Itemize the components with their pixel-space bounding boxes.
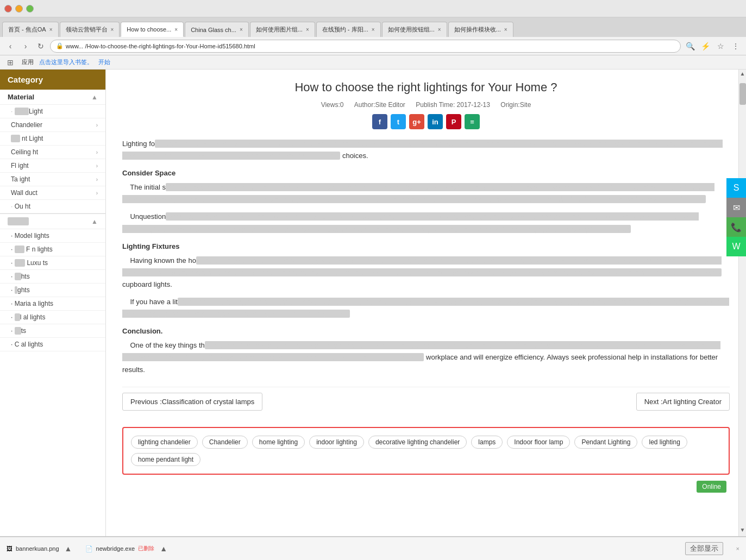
sidebar-item-nt-light[interactable]: nnt nt Light [0, 132, 105, 146]
show-all-downloads-button[interactable]: 全部显示 [685, 542, 723, 555]
sidebar-item-luxu[interactable]: · Lux Luxu ts [0, 256, 105, 270]
section2-arrow: ▲ [91, 218, 98, 225]
tab-7-close[interactable]: × [438, 27, 441, 33]
tab-7[interactable]: 如何使用按钮组... × [382, 22, 447, 37]
tag-home-lighting[interactable]: home lighting [252, 436, 305, 449]
twitter-share-button[interactable]: t [391, 114, 406, 129]
tab-3[interactable]: How to choose... × [121, 22, 184, 37]
menu-icon[interactable]: ⋮ [730, 40, 742, 52]
sidebar-item-l-al-label: · Inl al lights [11, 313, 45, 321]
tag-led-lighting[interactable]: led lighting [642, 436, 687, 449]
download-name-2: newbridge.exe [96, 545, 135, 552]
tab-4-label: China Glass ch... [191, 27, 236, 33]
download-1-chevron[interactable]: ▲ [62, 543, 74, 555]
start-link[interactable]: 开始 [98, 58, 110, 66]
article-meta: Views:0 Author:Site Editor Publish Time:… [122, 101, 730, 109]
tag-indoor-floor-lamp[interactable]: Indoor floor lamp [507, 436, 570, 449]
sidebar-item-model-label: · Model lights [11, 232, 49, 240]
bookmark-icon[interactable]: ☆ [714, 40, 726, 52]
tab-1-close[interactable]: × [49, 27, 53, 33]
scroll-thumb[interactable] [739, 83, 746, 105]
article-body: Lighting fo fective that is mostly not t… [122, 138, 730, 376]
sidebar-item-ou[interactable]: · Ou ht [0, 200, 105, 213]
section2: Sec ▲ · Model lights · Fra F n lights · … [0, 213, 105, 351]
tab-2[interactable]: 领动云营销平台 × [60, 22, 120, 37]
share-button[interactable]: ≡ [465, 114, 480, 129]
tab-2-close[interactable]: × [111, 27, 114, 33]
online-bar[interactable]: Online [697, 481, 726, 493]
para-conclusion: One of the key things th include an incr… [122, 339, 730, 375]
tag-home-pendant-light[interactable]: home pendant light [131, 453, 200, 466]
minimize-window-button[interactable] [15, 5, 23, 12]
tab-3-close[interactable]: × [174, 27, 178, 33]
tag-chandelier[interactable]: Chandelier [202, 436, 248, 449]
tag-pendant-lighting[interactable]: Pendant Lighting [574, 436, 637, 449]
scrollbar[interactable]: ▲ ▼ [738, 70, 746, 536]
wall-arrow-icon: › [96, 190, 98, 196]
sidebar-item-fl[interactable]: Fl ight › [0, 159, 105, 173]
url-input[interactable]: 🔒 www... /How-to-choose-the-right-lighti… [50, 40, 681, 53]
sidebar-item-hts[interactable]: · lights [0, 270, 105, 284]
search-icon[interactable]: 🔍 [684, 40, 696, 52]
tag-lamps[interactable]: lamps [471, 436, 503, 449]
sidebar-item-chandelier[interactable]: Chandelier › [0, 118, 105, 132]
close-window-button[interactable] [4, 5, 12, 12]
maximize-window-button[interactable] [26, 5, 34, 12]
fl-arrow-icon: › [96, 163, 98, 169]
tag-decorative-lighting-chandelier[interactable]: decorative lighting chandelier [368, 436, 467, 449]
import-bookmarks-link[interactable]: 点击这里导入书签。 [39, 58, 93, 66]
sidebar-item-wall[interactable]: Wall duct › [0, 186, 105, 200]
sidebar-item-maria[interactable]: · Maria a lights [0, 297, 105, 311]
download-2-chevron[interactable]: ▲ [158, 543, 170, 555]
tab-1[interactable]: 首页 - 焦点OA × [2, 22, 59, 37]
linkedin-share-button[interactable]: in [428, 114, 443, 129]
tab-4-close[interactable]: × [240, 27, 243, 33]
pinterest-share-button[interactable]: P [446, 114, 461, 129]
back-button[interactable]: ‹ [4, 40, 16, 52]
para-having: Having known the ho n needs of your spac… [122, 255, 730, 291]
sidebar: Category Material ▲ · Wall Light Chandel… [0, 70, 106, 536]
sidebar-item-ts-label: · ligts [11, 327, 26, 335]
article-title: How to choose the right lightings for Yo… [122, 80, 730, 95]
sidebar-item-ceiling[interactable]: Ceiling ht › [0, 146, 105, 159]
tab-8-close[interactable]: × [504, 27, 507, 33]
next-article-link[interactable]: Next :Art lighting Creator [636, 393, 730, 411]
sidebar-item-model[interactable]: · Model lights [0, 229, 105, 243]
category-title: Category [8, 75, 43, 84]
tab-6[interactable]: 在线预约 - 库阳... × [316, 22, 381, 37]
whatsapp-button[interactable]: W [726, 237, 746, 256]
tag-indoor-lighting[interactable]: indoor lighting [309, 436, 364, 449]
section2-title[interactable]: Sec ▲ [0, 214, 105, 229]
tab-5-close[interactable]: × [306, 27, 309, 33]
scroll-up-button[interactable]: ▲ [739, 70, 746, 78]
sidebar-item-light[interactable]: · Wall Light [0, 105, 105, 118]
sidebar-item-l-al[interactable]: · Inl al lights [0, 311, 105, 324]
tab-6-close[interactable]: × [372, 27, 375, 33]
views-label: Views:0 [321, 101, 344, 109]
reload-button[interactable]: ↻ [35, 40, 47, 52]
sidebar-item-c-al[interactable]: · C al lights [0, 338, 105, 351]
sidebar-item-ts[interactable]: · ligts [0, 324, 105, 338]
author-label: Author:Site Editor [354, 101, 405, 109]
forward-button[interactable]: › [20, 40, 32, 52]
phone-button[interactable]: 📞 [726, 217, 746, 237]
material-section-title[interactable]: Material ▲ [0, 90, 105, 105]
sidebar-item-ghts[interactable]: · lights [0, 284, 105, 297]
tab-5[interactable]: 如何使用图片组... × [250, 22, 315, 37]
close-downloads-bar-button[interactable]: × [736, 545, 739, 552]
tab-8[interactable]: 如何操作模块收... × [448, 22, 513, 37]
sidebar-item-ta[interactable]: Ta ight › [0, 173, 105, 186]
extension-icon[interactable]: ⚡ [699, 40, 711, 52]
apps-icon[interactable]: ⊞ [4, 56, 16, 68]
tab-3-label: How to choose... [127, 26, 171, 33]
prev-article-link[interactable]: Previous :Classification of crystal lamp… [122, 393, 262, 411]
gplus-share-button[interactable]: g+ [409, 114, 424, 129]
tab-4[interactable]: China Glass ch... × [185, 22, 249, 37]
download-status-2: 已删除 [138, 545, 154, 552]
facebook-share-button[interactable]: f [372, 114, 387, 129]
sidebar-item-f[interactable]: · Fra F n lights [0, 243, 105, 256]
email-button[interactable]: ✉ [726, 198, 746, 217]
tag-lighting-chandelier[interactable]: lighting chandelier [131, 436, 198, 449]
skype-button[interactable]: S [726, 178, 746, 198]
scroll-down-button[interactable]: ▼ [739, 526, 746, 534]
